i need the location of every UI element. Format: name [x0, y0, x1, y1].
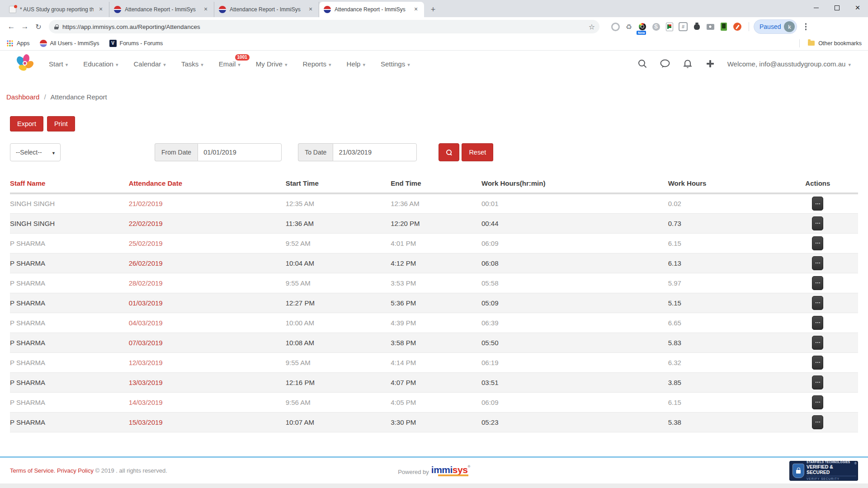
browser-tab[interactable]: * AUS Study group reporting tha [5, 2, 109, 17]
add-plus-icon[interactable] [705, 58, 716, 69]
nav-items: Start Education Calendar Tasks [49, 60, 410, 68]
work-hours-cell: 0.02 [668, 193, 778, 213]
row-actions-button[interactable] [812, 395, 823, 409]
staff-select-dropdown[interactable]: --Select-- [10, 143, 61, 161]
privacy-policy-link[interactable]: Privacy Policy [57, 467, 94, 474]
browser-tab[interactable]: Attendance Report - ImmiSys [214, 2, 319, 17]
staff-name-cell: P SHARMA [10, 313, 129, 333]
row-actions-button[interactable] [812, 296, 823, 310]
row-actions-button[interactable] [812, 316, 823, 330]
nav-item[interactable]: Reports [303, 60, 331, 68]
address-bar[interactable]: https://app.immisys.com.au/Reporting/Att… [49, 20, 599, 33]
table-row: P SHARMA 04/03/2019 10:00 AM 4:39 PM 06:… [10, 313, 858, 333]
print-button[interactable]: Print [47, 116, 75, 131]
page-content: Export Print --Select-- From Date To Dat… [0, 116, 868, 432]
new-tab-button[interactable] [427, 3, 439, 16]
attendance-date-cell: 21/02/2019 [129, 193, 286, 213]
other-bookmarks[interactable]: Other bookmarks [799, 39, 862, 47]
nav-item[interactable]: Email 1001 [219, 60, 241, 68]
browser-menu-button[interactable] [802, 21, 810, 32]
nav-item[interactable]: Calendar [133, 60, 165, 68]
search-icon[interactable] [637, 58, 648, 69]
export-button[interactable]: Export [10, 116, 43, 131]
copyright-text: © 2019 . all rights reserved. [95, 467, 167, 474]
staff-name-cell: SINGH SINGH [10, 193, 129, 213]
chat-icon[interactable] [660, 58, 670, 69]
end-time-cell: 12:36 AM [391, 193, 481, 213]
row-actions-button[interactable] [812, 336, 823, 350]
row-actions-button[interactable] [812, 276, 823, 290]
bookmark-item[interactable]: All Users - ImmiSys [40, 40, 99, 47]
reload-button[interactable] [32, 20, 45, 33]
profile-avatar[interactable]: k [784, 21, 795, 32]
header-staff-name[interactable]: Staff Name [10, 175, 129, 193]
header-attendance-date[interactable]: Attendance Date [129, 175, 286, 193]
spreadsheet-extension-icon[interactable] [665, 22, 675, 32]
row-actions-button[interactable] [812, 216, 823, 230]
back-button[interactable] [5, 20, 18, 33]
tab-close-icon[interactable] [202, 6, 209, 13]
row-actions-button[interactable] [812, 356, 823, 370]
bookmark-star-icon[interactable] [589, 23, 595, 31]
tab-close-icon[interactable] [412, 6, 420, 13]
work-hours-cell: 6.13 [668, 253, 778, 273]
work-hours-hrmin-cell: 06:19 [481, 352, 668, 372]
powered-by: Powered by immisys® [398, 465, 470, 476]
nav-item[interactable]: Education [83, 60, 118, 68]
breadcrumb-dashboard-link[interactable]: Dashboard [6, 93, 39, 101]
tab-favicon-icon [324, 6, 331, 13]
grid-extension-icon[interactable]: # [678, 22, 688, 32]
browser-tab[interactable]: Attendance Report - ImmiSys [319, 2, 424, 17]
bottom-strip [0, 483, 868, 488]
speedtest-extension-icon[interactable]: New [637, 22, 647, 32]
window-minimize-button[interactable] [806, 0, 826, 15]
tab-close-icon[interactable] [97, 6, 104, 13]
extension-ring-icon[interactable] [610, 22, 620, 32]
forward-button[interactable] [18, 20, 32, 33]
notifications-bell-icon[interactable] [682, 58, 693, 69]
attendance-date-cell: 13/03/2019 [129, 372, 286, 392]
row-actions-button[interactable] [812, 256, 823, 270]
from-date-input[interactable] [198, 143, 282, 161]
welcome-user-dropdown[interactable]: Welcome, info@ausstudygroup.com.au [727, 60, 851, 68]
attendance-date-cell: 04/03/2019 [129, 313, 286, 333]
window-close-button[interactable] [847, 0, 868, 15]
nav-item[interactable]: Start [49, 60, 68, 68]
screenshot-camera-extension-icon[interactable] [705, 22, 715, 32]
row-actions-button[interactable] [812, 236, 823, 250]
recycle-extension-icon[interactable]: ♻ [624, 22, 634, 32]
pen-extension-icon[interactable] [732, 22, 742, 32]
ellipsis-icon [816, 342, 821, 343]
skype-extension-icon[interactable]: S [651, 22, 661, 32]
to-date-input[interactable] [333, 143, 417, 161]
bug-extension-icon[interactable] [692, 22, 702, 32]
row-actions-button[interactable] [812, 197, 823, 211]
work-hours-cell: 5.83 [668, 333, 778, 352]
nav-item[interactable]: Help [347, 60, 365, 68]
sync-paused-pill[interactable]: Paused k [754, 19, 797, 34]
apps-shortcut[interactable]: Apps [6, 40, 30, 47]
aus-study-group-logo[interactable] [13, 53, 36, 75]
attendance-date-cell: 26/02/2019 [129, 253, 286, 273]
terms-of-service-link[interactable]: Terms of Service. [10, 467, 55, 474]
end-time-cell: 12:20 PM [391, 213, 481, 233]
nav-item[interactable]: My Drive [256, 60, 288, 68]
window-maximize-button[interactable] [826, 0, 847, 15]
ellipsis-icon [816, 263, 821, 264]
bookmark-item[interactable]: V Forums - Forums [109, 40, 163, 47]
reset-button[interactable]: Reset [462, 143, 493, 161]
verified-secured-badge[interactable]: ® STARFIELD TECHNOLOGIES VERIFIED & SECU… [789, 461, 858, 481]
powered-by-label: Powered by [398, 469, 429, 476]
table-row: P SHARMA 26/02/2019 10:04 AM 4:12 PM 06:… [10, 253, 858, 273]
nav-item[interactable]: Settings [381, 60, 410, 68]
nav-item[interactable]: Tasks [181, 60, 203, 68]
search-button[interactable] [439, 143, 459, 161]
attendance-date-cell: 14/03/2019 [129, 392, 286, 412]
to-date-group: To Date [298, 143, 417, 161]
row-actions-button[interactable] [812, 415, 823, 429]
attendance-date-cell: 07/03/2019 [129, 333, 286, 352]
tab-close-icon[interactable] [307, 6, 314, 13]
browser-tab[interactable]: Attendance Report - ImmiSys [109, 2, 214, 17]
phone-extension-icon[interactable] [719, 22, 729, 32]
row-actions-button[interactable] [812, 375, 823, 389]
